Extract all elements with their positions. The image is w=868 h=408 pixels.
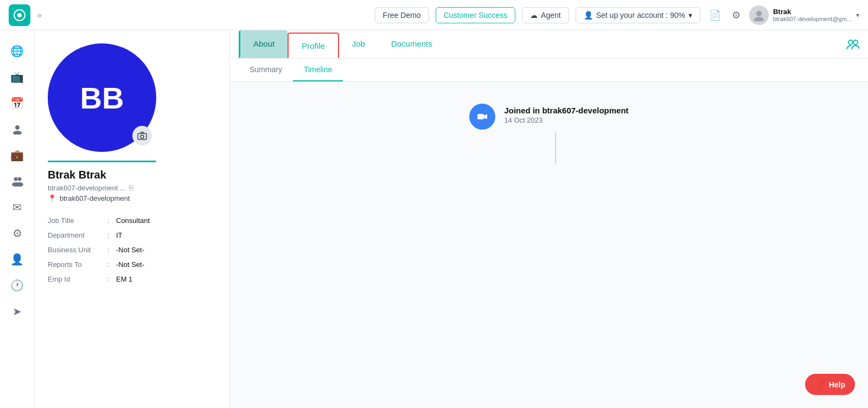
- profile-fields: Job Title : Consultant Department : IT B…: [48, 213, 216, 286]
- tab-job[interactable]: Job: [339, 30, 378, 58]
- user-info: Btrak btrak607-development@gm...: [773, 8, 852, 22]
- emp-id-label: Emp Id: [48, 275, 107, 283]
- svg-rect-14: [477, 114, 484, 119]
- field-department: Department : IT: [48, 228, 216, 243]
- timeline-event-text: Joined in btrak607-development 14 Oct 20…: [504, 104, 628, 124]
- svg-point-6: [14, 177, 17, 181]
- profile-name: Btrak Btrak: [48, 169, 216, 181]
- tab-about[interactable]: About: [239, 30, 288, 58]
- timeline-event-title: Joined in btrak607-development: [504, 106, 628, 115]
- job-title-label: Job Title: [48, 216, 107, 225]
- sidebar-item-clock[interactable]: 🕐: [5, 273, 29, 297]
- top-nav: » Free Demo Customer Success ☁ Agent 👤 S…: [0, 0, 868, 30]
- timeline-line: [555, 132, 556, 164]
- timeline-content: Joined in btrak607-development 14 Oct 20…: [230, 82, 868, 186]
- profile-organization: btrak607-development ...: [48, 184, 126, 192]
- setup-person-icon: 👤: [584, 11, 593, 20]
- sidebar-item-briefcase[interactable]: 💼: [5, 143, 29, 167]
- sidebar-item-mail[interactable]: ✉: [5, 195, 29, 219]
- sub-tab-summary[interactable]: Summary: [239, 59, 293, 81]
- sidebar-item-people[interactable]: [5, 169, 29, 193]
- svg-point-5: [13, 131, 22, 135]
- business-unit-label: Business Unit: [48, 246, 107, 254]
- department-label: Department: [48, 231, 107, 239]
- help-button[interactable]: ❓ Help: [805, 374, 855, 395]
- profile-sidebar: BB Btrak Btrak btrak607-development ... …: [35, 30, 230, 408]
- tabs-row: About Profile Job Documents: [230, 30, 868, 59]
- emp-id-value: EM 1: [116, 275, 132, 283]
- profile-location: 📍 btrak607-development: [48, 194, 216, 202]
- timeline-event: Joined in btrak607-development 14 Oct 20…: [469, 104, 628, 130]
- svg-point-1: [17, 13, 22, 17]
- timeline-event-icon: [469, 104, 495, 130]
- agent-button[interactable]: ☁ Agent: [522, 7, 569, 23]
- tab-documents[interactable]: Documents: [378, 30, 445, 58]
- group-icon[interactable]: [846, 30, 859, 58]
- svg-point-9: [16, 182, 23, 187]
- copy-icon[interactable]: ⎘: [129, 183, 133, 192]
- free-demo-button[interactable]: Free Demo: [375, 7, 429, 23]
- setup-chevron-icon: ▾: [688, 11, 692, 20]
- sidebar-item-user-circle[interactable]: 👤: [5, 247, 29, 271]
- camera-button[interactable]: [132, 126, 152, 145]
- avatar-container: BB: [48, 43, 156, 152]
- sidebar-item-tv[interactable]: 📺: [5, 65, 29, 89]
- sidebar-item-globe[interactable]: 🌐: [5, 39, 29, 63]
- svg-point-4: [15, 125, 20, 130]
- username: Btrak: [773, 8, 852, 16]
- location-icon: 📍: [48, 194, 56, 202]
- svg-point-12: [848, 40, 853, 44]
- profile-org-row: btrak607-development ... ⎘: [48, 183, 216, 192]
- app-logo: [9, 4, 30, 26]
- customer-success-button[interactable]: Customer Success: [436, 7, 515, 23]
- field-emp-id: Emp Id : EM 1: [48, 272, 216, 286]
- content-area: About Profile Job Documents Summary Time…: [230, 30, 868, 408]
- sub-tab-timeline[interactable]: Timeline: [293, 59, 343, 81]
- agent-cloud-icon: ☁: [530, 11, 538, 20]
- expand-icon[interactable]: »: [37, 10, 42, 20]
- sub-tabs-row: Summary Timeline: [230, 59, 868, 82]
- user-avatar: [749, 5, 769, 25]
- document-icon-button[interactable]: 📄: [707, 7, 723, 23]
- field-job-title: Job Title : Consultant: [48, 213, 216, 228]
- tab-profile[interactable]: Profile: [288, 33, 339, 58]
- field-reports-to: Reports To : -Not Set-: [48, 257, 216, 272]
- svg-point-7: [17, 177, 21, 181]
- profile-divider: [48, 161, 156, 162]
- user-menu[interactable]: Btrak btrak607-development@gm... ▾: [749, 5, 859, 25]
- main-content: BB Btrak Btrak btrak607-development ... …: [35, 30, 868, 408]
- help-label: Help: [829, 380, 845, 389]
- setup-account-button[interactable]: 👤 Set up your account : 90% ▾: [576, 7, 700, 23]
- reports-to-value: -Not Set-: [116, 260, 144, 269]
- user-email: btrak607-development@gm...: [773, 16, 852, 22]
- svg-point-3: [754, 17, 764, 21]
- field-business-unit: Business Unit : -Not Set-: [48, 243, 216, 257]
- department-value: IT: [116, 231, 123, 239]
- sidebar-item-person[interactable]: [5, 117, 29, 141]
- user-chevron-icon: ▾: [856, 11, 859, 19]
- svg-point-2: [756, 11, 762, 16]
- help-icon: ❓: [815, 379, 826, 390]
- svg-point-11: [141, 135, 144, 138]
- timeline-event-date: 14 Oct 2023: [504, 116, 628, 124]
- sidebar: 🌐 📺 📅 💼 ✉ ⚙ 👤 🕐 ➤: [0, 0, 35, 408]
- settings-icon-button[interactable]: ⚙: [730, 7, 743, 23]
- svg-point-13: [853, 40, 858, 44]
- sidebar-item-calendar[interactable]: 📅: [5, 91, 29, 115]
- location-text: btrak607-development: [60, 194, 130, 202]
- reports-to-label: Reports To: [48, 260, 107, 269]
- business-unit-value: -Not Set-: [116, 246, 144, 254]
- sidebar-item-send[interactable]: ➤: [5, 299, 29, 323]
- sidebar-item-settings[interactable]: ⚙: [5, 221, 29, 245]
- job-title-value: Consultant: [116, 216, 150, 225]
